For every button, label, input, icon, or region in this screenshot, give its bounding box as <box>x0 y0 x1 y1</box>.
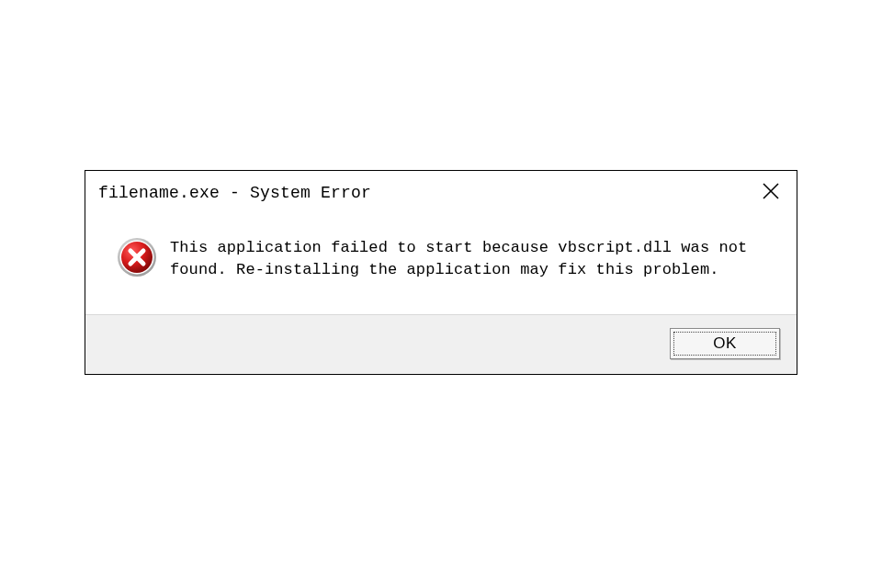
error-dialog: filename.exe - System Error <box>85 170 797 375</box>
titlebar: filename.exe - System Error <box>85 171 797 211</box>
dialog-body: This application failed to start because… <box>85 211 797 314</box>
dialog-message: This application failed to start because… <box>170 237 758 281</box>
close-button[interactable] <box>758 180 784 206</box>
error-icon <box>117 237 157 277</box>
ok-button[interactable]: OK <box>670 328 780 359</box>
dialog-title: filename.exe - System Error <box>98 184 371 202</box>
dialog-footer: OK <box>85 314 797 374</box>
close-icon <box>762 182 780 205</box>
